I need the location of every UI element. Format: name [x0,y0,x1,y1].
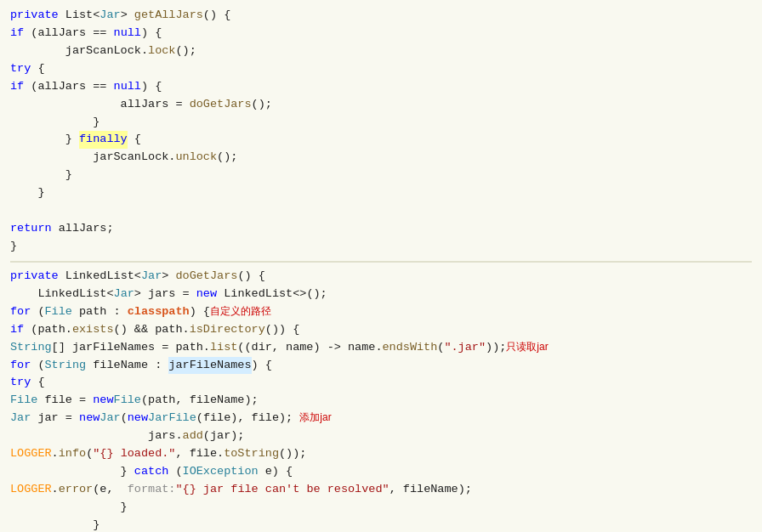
line-12 [10,202,752,220]
line-16: LinkedList<Jar> jars = new LinkedList<>(… [10,286,752,303]
line-3: jarScanLock.lock(); [10,42,752,60]
line-4: try { [10,60,752,78]
line-22: File file = new File(path, fileName); [10,392,752,410]
line-24: jars.add(jar); [10,427,752,445]
line-20: for (String fileName : jarFileNames) { [10,357,752,375]
line-8: } finally { [10,131,752,149]
code-container: private List<Jar> getAllJars() { if (all… [0,0,762,532]
line-27: LOGGER.error(e, format: "{} jar file can… [10,481,752,499]
line-17: for (File path : classpath) {自定义的路径 [10,303,752,321]
line-7: } [10,114,752,132]
line-13: return allJars; [10,220,752,238]
separator [10,261,752,263]
line-15: private LinkedList<Jar> doGetJars() { [10,268,752,286]
line-28: } [10,499,752,517]
line-5: if (allJars == null) { [10,78,752,96]
line-1: private List<Jar> getAllJars() { [10,7,752,25]
line-19: String[] jarFileNames = path.list((dir, … [10,339,752,357]
line-29: } [10,517,752,532]
line-6: allJars = doGetJars(); [10,96,752,114]
line-23: Jar jar = new Jar(new JarFile(file), fil… [10,410,752,427]
line-18: if (path.exists() && path.isDirectory())… [10,321,752,339]
line-2: if (allJars == null) { [10,25,752,42]
line-25: LOGGER.info("{} loaded.", file.toString(… [10,445,752,463]
line-21: try { [10,374,752,392]
line-26: } catch (IOException e) { [10,463,752,481]
line-9: jarScanLock.unlock(); [10,149,752,167]
line-14: } [10,238,752,256]
line-11: } [10,184,752,202]
line-10: } [10,167,752,184]
